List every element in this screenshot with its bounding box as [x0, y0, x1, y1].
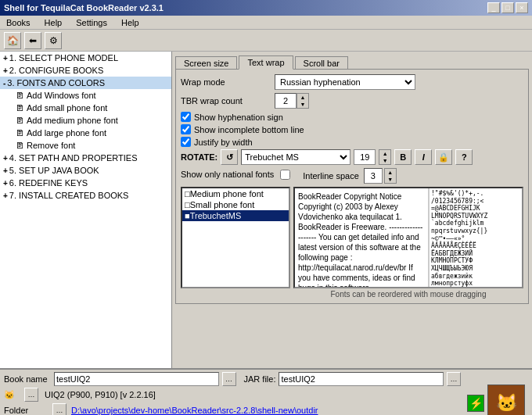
close-button[interactable]: ×: [516, 2, 528, 13]
book-name-input[interactable]: [54, 372, 219, 386]
font-list-area: □ Medium phone font □ Small phone font ■…: [181, 187, 523, 299]
sidebar-item-install-books[interactable]: + 7. INSTALL CREATED BOOKS: [0, 189, 171, 202]
national-checkbox[interactable]: [280, 170, 290, 180]
sidebar-item-add-medium-font[interactable]: 🖹 Add medium phone font: [0, 114, 171, 127]
window-controls: _ □ ×: [487, 2, 528, 13]
sidebar-item-add-large-font[interactable]: 🖹 Add large phone font: [0, 127, 171, 139]
content-area: Screen size Text wrap Scroll bar Wrap mo…: [172, 52, 532, 368]
tbr-spinner: ▲ ▼: [275, 93, 309, 109]
font-checkbox-trebuchet: ■: [185, 211, 190, 220]
font-size-spinner: ▲ ▼: [379, 149, 391, 165]
show-incomplete-checkbox[interactable]: [181, 124, 191, 134]
show-hyphenation-label: Show hyphenation sign: [194, 113, 283, 122]
italic-button[interactable]: I: [415, 149, 432, 165]
rotate-button[interactable]: ↺: [221, 149, 238, 165]
menu-help[interactable]: Help: [41, 17, 66, 28]
folder-label: Folder: [4, 406, 51, 415]
sidebar-item-select-phone[interactable]: + 1. SELECT PHONE MODEL: [0, 52, 171, 64]
tab-screen-size[interactable]: Screen size: [175, 56, 237, 70]
wrap-mode-select[interactable]: Russian hyphenation: [275, 74, 415, 90]
window-title: Shell for TequilaCat BookReader v2.3.1: [4, 3, 164, 13]
tab-scroll-bar[interactable]: Scroll bar: [295, 56, 348, 70]
tbr-label: TBR wrap count: [181, 96, 275, 106]
sidebar-item-fonts-colors[interactable]: - 3. FONTS AND COLORS: [0, 77, 171, 89]
menu-help2[interactable]: Help: [118, 17, 142, 28]
font-size-input[interactable]: [354, 149, 376, 165]
sidebar-item-add-windows-font[interactable]: 🖹 Add Windows font: [0, 89, 171, 102]
tbr-spinner-buttons: ▲ ▼: [297, 93, 309, 109]
national-label: Show only national fonts: [181, 170, 274, 179]
bottom-area: Book name … JAR file: … 🐱 … UIQ2 (P900, …: [0, 368, 532, 415]
minimize-button[interactable]: _: [487, 2, 500, 13]
version-browse-button[interactable]: …: [24, 388, 38, 402]
jar-browse-button[interactable]: …: [447, 372, 461, 386]
interline-label: Interline space: [303, 171, 359, 181]
sidebar-item-label: 3. FONTS AND COLORS: [7, 78, 105, 88]
font-list-item-medium[interactable]: □ Medium phone font: [182, 188, 289, 199]
font-list: □ Medium phone font □ Small phone font ■…: [181, 187, 290, 288]
sidebar-item-add-small-font[interactable]: 🖹 Add small phone font: [0, 102, 171, 114]
menu-books[interactable]: Books: [3, 17, 34, 28]
interline-spinner: ▲ ▼: [384, 168, 397, 184]
green-icon: ⚡: [467, 395, 484, 412]
lock-button[interactable]: 🔒: [435, 149, 452, 165]
font-list-item-small[interactable]: □ Small phone font: [182, 199, 289, 210]
doc-icon: 🖹: [16, 128, 24, 138]
sidebar: + 1. SELECT PHONE MODEL + 2. CONFIGURE B…: [0, 52, 172, 368]
sidebar-item-remove-font[interactable]: 🖹 Remove font: [0, 139, 171, 152]
folder-browse-button[interactable]: …: [52, 403, 66, 415]
font-select[interactable]: Trebuchet MS: [241, 149, 350, 165]
title-bar: Shell for TequilaCat BookReader v2.3.1 _…: [0, 0, 532, 16]
font-size-up[interactable]: ▲: [379, 150, 390, 157]
sidebar-item-set-path[interactable]: + 4. SET PATH AND PROPERTIES: [0, 152, 171, 164]
expand-icon: +: [3, 54, 8, 63]
collapse-icon: -: [3, 79, 5, 88]
tab-text-wrap[interactable]: Text wrap: [239, 55, 293, 70]
folder-path[interactable]: D:\avo\projects\dev-home\BookReader\src-…: [71, 406, 318, 415]
sidebar-item-redefine-keys[interactable]: + 6. REDEFINE KEYS: [0, 177, 171, 189]
doc-icon: 🖹: [16, 91, 24, 100]
back-button[interactable]: ⬅: [24, 32, 41, 49]
bottom-left: Book name … JAR file: … 🐱 … UIQ2 (P900, …: [4, 372, 461, 415]
show-incomplete-label: Show incomplete bottom line: [194, 125, 304, 134]
doc-icon: 🖹: [16, 103, 24, 113]
bold-button[interactable]: B: [394, 149, 412, 165]
sidebar-item-java-book[interactable]: + 5. SET UP JAVA BOOK: [0, 164, 171, 177]
tbr-up-button[interactable]: ▲: [297, 94, 308, 101]
font-list-item-trebuchet[interactable]: ■ TrebuchetMS: [182, 210, 289, 221]
sidebar-item-label: 5. SET UP JAVA BOOK: [9, 166, 99, 175]
justify-checkbox[interactable]: [181, 137, 191, 147]
font-label-trebuchet: TrebuchetMS: [190, 211, 242, 220]
interline-up[interactable]: ▲: [385, 169, 396, 176]
settings-button[interactable]: ⚙: [45, 32, 62, 49]
main-container: + 1. SELECT PHONE MODEL + 2. CONFIGURE B…: [0, 52, 532, 368]
help-button[interactable]: ?: [455, 149, 473, 165]
menu-bar: Books Help Settings Help: [0, 16, 532, 30]
home-button[interactable]: 🏠: [4, 32, 21, 49]
interline-down[interactable]: ▼: [385, 176, 396, 183]
sidebar-item-label: 1. SELECT PHONE MODEL: [9, 53, 118, 63]
expand-icon: +: [3, 179, 8, 188]
rotate-row: ROTATE: ↺ Trebuchet MS ▲ ▼ B I 🔒 ?: [181, 149, 523, 165]
font-checkbox-medium: □: [185, 189, 190, 199]
menu-settings[interactable]: Settings: [73, 17, 110, 28]
sidebar-item-configure-books[interactable]: + 2. CONFIGURE BOOKS: [0, 64, 171, 77]
show-hyphenation-row: Show hyphenation sign: [181, 112, 523, 122]
font-size-down[interactable]: ▼: [379, 157, 390, 164]
doc-icon: 🖹: [16, 141, 24, 150]
justify-label: Justify by width: [194, 138, 253, 147]
national-row: Show only national fonts: [181, 170, 290, 180]
jar-input[interactable]: [279, 372, 444, 386]
tbr-input[interactable]: [275, 93, 297, 109]
national-interline-row: Show only national fonts Interline space…: [181, 168, 523, 184]
show-hyphenation-checkbox[interactable]: [181, 112, 191, 122]
book-name-browse-button[interactable]: …: [222, 372, 236, 386]
interline-input[interactable]: [364, 168, 383, 184]
preview-left: BookReader Copyright Notice Copyright (c…: [295, 188, 428, 288]
toolbar: 🏠 ⬅ ⚙: [0, 30, 532, 52]
wrap-mode-row: Wrap mode Russian hyphenation: [181, 74, 523, 90]
preview-right: !"#$%&'()*+,-. /0123456789:;< =@ABCDEFGH…: [429, 188, 491, 288]
logo-area: 🐱: [487, 385, 525, 415]
maximize-button[interactable]: □: [501, 2, 514, 13]
tbr-down-button[interactable]: ▼: [297, 101, 308, 108]
